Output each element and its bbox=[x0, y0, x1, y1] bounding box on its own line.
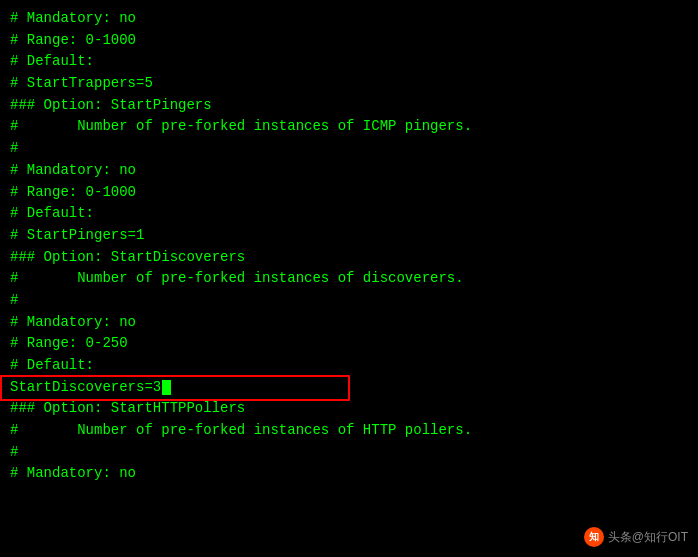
active-line-text: StartDiscoverers=3 bbox=[10, 379, 161, 395]
terminal-line-17: # Mandatory: no bbox=[10, 312, 688, 334]
terminal-line-11: # Default: bbox=[10, 203, 688, 225]
watermark: 知 头条@知行OIT bbox=[584, 527, 688, 547]
terminal-line-19: # Default: bbox=[10, 355, 688, 377]
terminal-line-25: # Mandatory: no bbox=[10, 463, 688, 485]
terminal-line-24: # bbox=[10, 442, 688, 464]
terminal-line-10: # Range: 0-1000 bbox=[10, 182, 688, 204]
code-content: # Mandatory: no# Range: 0-1000# Default:… bbox=[10, 8, 688, 485]
active-line: StartDiscoverers=3 bbox=[10, 377, 688, 399]
terminal-line-3: # Default: bbox=[10, 51, 688, 73]
terminal-line-15: # Number of pre-forked instances of disc… bbox=[10, 268, 688, 290]
terminal-line-23: # Number of pre-forked instances of HTTP… bbox=[10, 420, 688, 442]
terminal-line-7: # Number of pre-forked instances of ICMP… bbox=[10, 116, 688, 138]
terminal-line-9: # Mandatory: no bbox=[10, 160, 688, 182]
terminal-line-18: # Range: 0-250 bbox=[10, 333, 688, 355]
text-cursor bbox=[162, 380, 171, 395]
terminal-window: # Mandatory: no# Range: 0-1000# Default:… bbox=[0, 0, 698, 557]
terminal-line-2: # Range: 0-1000 bbox=[10, 30, 688, 52]
terminal-line-4: # StartTrappers=5 bbox=[10, 73, 688, 95]
watermark-text: 头条@知行OIT bbox=[608, 529, 688, 546]
terminal-line-1: # Mandatory: no bbox=[10, 8, 688, 30]
terminal-line-6: ### Option: StartPingers bbox=[10, 95, 688, 117]
terminal-line-14: ### Option: StartDiscoverers bbox=[10, 247, 688, 269]
watermark-logo: 知 bbox=[584, 527, 604, 547]
terminal-line-16: # bbox=[10, 290, 688, 312]
terminal-line-22: ### Option: StartHTTPPollers bbox=[10, 398, 688, 420]
terminal-line-8: # bbox=[10, 138, 688, 160]
terminal-line-12: # StartPingers=1 bbox=[10, 225, 688, 247]
